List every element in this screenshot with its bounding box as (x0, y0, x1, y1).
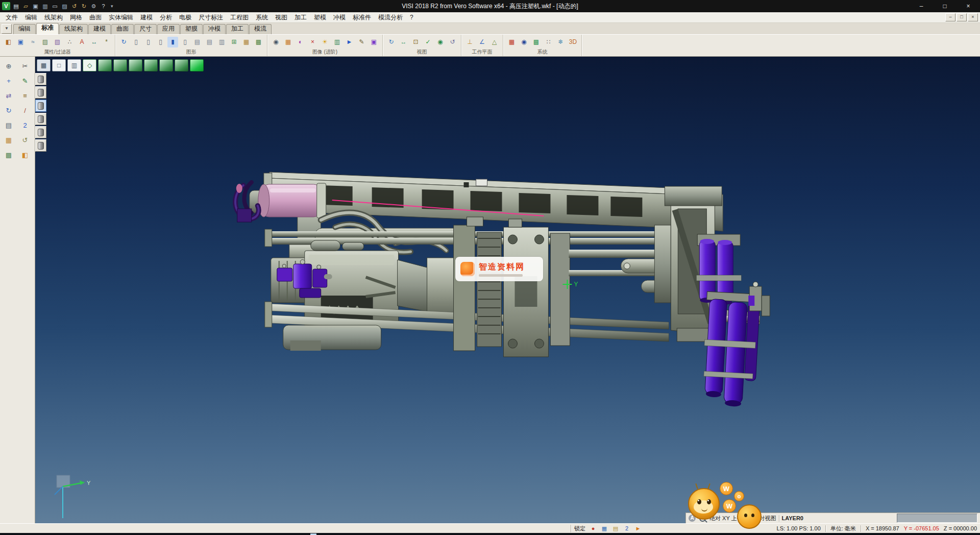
view-side-icon[interactable] (129, 59, 142, 71)
ribbon-tab[interactable]: 曲面 (111, 24, 134, 34)
qa-plot-icon[interactable]: ▨ (60, 2, 69, 10)
world-icon[interactable]: ◉ (519, 37, 529, 47)
qa-undo-icon[interactable]: ↺ (70, 2, 79, 10)
image-search-icon[interactable]: ◉ (271, 37, 281, 47)
view-dynamic-icon[interactable] (175, 59, 188, 71)
sheets-icon[interactable]: ▥ (216, 37, 227, 47)
ribbon-tab[interactable]: 冲模 (203, 24, 226, 34)
solid-primitive-1[interactable] (35, 73, 46, 85)
status-command-input[interactable] (897, 514, 977, 523)
child-close-button[interactable]: × (968, 13, 978, 21)
dock-undo-icon[interactable]: ↺ (19, 135, 31, 146)
maximize-button[interactable]: □ (933, 0, 957, 12)
ribbon-tab[interactable]: 建模 (88, 24, 111, 34)
filter-all-icon[interactable]: * (101, 37, 112, 47)
solid-primitive-2[interactable] (35, 86, 46, 99)
light-icon[interactable]: ☀ (320, 37, 330, 47)
screen-layout-icon[interactable]: ▦ (37, 59, 51, 71)
menu-item[interactable]: 网格 (66, 12, 86, 23)
menu-item[interactable]: 建模 (137, 12, 156, 23)
lock-toggle[interactable]: 锁定 (571, 525, 589, 532)
sb-help2-icon[interactable]: 2 (622, 525, 631, 532)
view-list3-icon[interactable]: ▯ (155, 37, 166, 47)
view-active-icon[interactable]: ▮ (167, 37, 178, 47)
dock-note-icon[interactable]: 2 (19, 120, 31, 131)
menu-item[interactable]: 模流分析 (375, 12, 406, 23)
sb-plane-icon[interactable]: ▦ (600, 525, 609, 532)
ribbon-tab[interactable]: 模流 (249, 24, 272, 34)
menu-item[interactable]: 文件 (2, 12, 21, 23)
sb-run-icon[interactable]: ► (633, 525, 643, 532)
ribbon-tab[interactable]: 塑膜 (180, 24, 203, 34)
view-iso-icon[interactable] (144, 59, 158, 71)
menu-item[interactable]: 工程图 (227, 12, 252, 23)
solid-primitive-5[interactable] (35, 126, 46, 138)
minimize-button[interactable]: – (910, 0, 933, 12)
solid-primitive-3[interactable] (35, 100, 46, 112)
qa-redo-icon[interactable]: ↻ (80, 2, 88, 10)
menu-item[interactable]: 视图 (272, 12, 291, 23)
view-3d-icon[interactable]: 3D (568, 37, 578, 47)
view-top-icon[interactable] (98, 59, 112, 71)
dock-mirror-icon[interactable]: ⇄ (3, 90, 14, 102)
view-list-icon[interactable]: ▯ (131, 37, 141, 47)
view-list4-icon[interactable]: ▯ (180, 37, 190, 47)
qat-more-chevron-icon[interactable]: ▾ (109, 4, 115, 9)
sb-snap-icon[interactable]: ● (589, 525, 598, 532)
multi-view-icon[interactable]: ▥ (67, 59, 81, 71)
filter-dims-icon[interactable]: ↔ (89, 37, 100, 47)
dock-sketch-icon[interactable]: ✎ (19, 76, 31, 87)
menu-item[interactable]: 系统 (252, 12, 272, 23)
clear-image-icon[interactable]: × (307, 37, 318, 47)
menu-item[interactable]: 电极 (176, 12, 195, 23)
dock-grid-icon[interactable]: ▩ (3, 150, 14, 161)
dock-box-icon[interactable]: ▦ (3, 135, 14, 146)
qa-open-icon[interactable]: ▱ (21, 2, 30, 10)
single-view-icon[interactable]: □ (52, 59, 66, 71)
play-icon[interactable]: ► (344, 37, 355, 47)
dock-offset-icon[interactable]: ≡ (19, 90, 31, 102)
qa-save-icon[interactable]: ▣ (31, 2, 40, 10)
solid-primitive-6[interactable] (35, 139, 46, 152)
dock-slice-icon[interactable]: / (19, 105, 31, 116)
ribbon-tab[interactable]: 标准 (36, 23, 59, 34)
solid-primitive-4[interactable] (35, 113, 46, 125)
eye-icon[interactable]: ◉ (435, 37, 446, 47)
ribbon-tab[interactable]: 编辑 (13, 24, 36, 34)
menu-item[interactable]: 加工 (291, 12, 310, 23)
menu-item[interactable]: 标准件 (349, 12, 375, 23)
menu-item[interactable]: 曲面 (86, 12, 105, 23)
ribbon-tab[interactable]: 线架构 (59, 24, 88, 34)
box-grid-icon[interactable]: ▩ (253, 37, 264, 47)
menu-item[interactable]: ? (406, 13, 417, 22)
cube-wire-icon[interactable]: ◇ (83, 59, 96, 71)
ribbon-tab[interactable]: 尺寸 (134, 24, 157, 34)
sheet-icon[interactable]: ▤ (192, 37, 203, 47)
qa-save-all-icon[interactable]: ▥ (41, 2, 50, 10)
snow-icon[interactable]: ❄ (555, 37, 566, 47)
orbit-icon[interactable]: ↻ (386, 37, 397, 47)
menu-item[interactable]: 塑模 (310, 12, 330, 23)
filter-wire-icon[interactable]: ≈ (28, 37, 38, 47)
view-iso2-icon[interactable] (159, 59, 173, 71)
view-check-icon[interactable]: ✓ (423, 37, 433, 47)
menu-item[interactable]: 编辑 (21, 12, 41, 23)
shaded-view-icon[interactable] (190, 59, 204, 71)
points-grid-icon[interactable]: ∷ (543, 37, 554, 47)
workplane-3pt-icon[interactable]: ∠ (477, 37, 487, 47)
qa-help-icon[interactable]: ? (99, 2, 108, 10)
dock-palette-icon[interactable]: ◧ (19, 150, 31, 161)
dock-layers-icon[interactable]: ▤ (3, 120, 14, 131)
sb-doc-icon[interactable]: ▤ (611, 525, 620, 532)
dock-zoom-icon[interactable]: ⊕ (3, 61, 14, 72)
sheets-add-icon[interactable]: ⊞ (229, 37, 239, 47)
texture-icon[interactable]: ▦ (283, 37, 293, 47)
ribbon-tab[interactable]: 加工 (226, 24, 249, 34)
filter-surface-icon[interactable]: ▨ (40, 37, 51, 47)
zoom-extents-icon[interactable]: ⊡ (410, 37, 421, 47)
view-prev-icon[interactable]: ↺ (447, 37, 458, 47)
filter-text-icon[interactable]: A (77, 37, 87, 47)
menu-item[interactable]: 实体编辑 (105, 12, 137, 23)
filter-points-icon[interactable]: ∴ (64, 37, 75, 47)
menu-item[interactable]: 分析 (156, 12, 176, 23)
